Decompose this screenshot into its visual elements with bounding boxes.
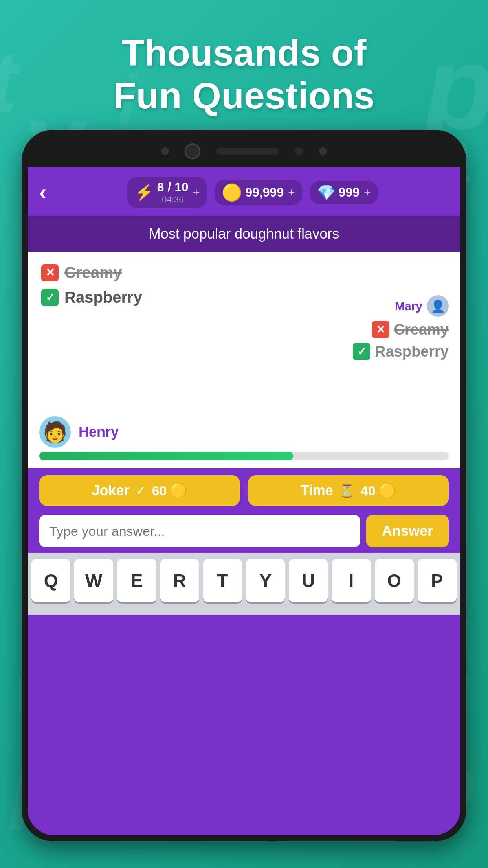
joker-coin-icon: 🟡: [170, 482, 187, 499]
camera-right: [319, 147, 327, 155]
coins-badge: 🟡 99,999 +: [215, 180, 302, 205]
player-name: Henry: [79, 424, 119, 440]
title-line1: Thousands of: [0, 31, 488, 74]
opponent-avatar: 👤: [427, 295, 449, 317]
joker-cost-num: 60: [152, 483, 167, 498]
lives-plus[interactable]: +: [193, 186, 200, 199]
coins-plus[interactable]: +: [288, 186, 295, 199]
player-info: 🧑 Henry: [39, 416, 449, 448]
opponent-section: Mary 👤 ✕ Creamy ✓ Raspberry: [353, 295, 449, 365]
input-row: Answer: [28, 513, 460, 553]
gems-plus[interactable]: +: [364, 186, 371, 199]
player-section: 🧑 Henry: [39, 416, 449, 460]
nav-stats: ⚡ 8 / 10 04:36 + 🟡 99,999 +: [56, 177, 449, 208]
lives-count: 8 / 10: [157, 180, 189, 194]
key-Q[interactable]: Q: [31, 559, 70, 602]
back-button[interactable]: ‹: [39, 182, 46, 203]
time-button[interactable]: Time ⏳ 40 🟡: [248, 475, 449, 506]
opponent-answer-1: ✕ Creamy: [353, 321, 449, 338]
time-hourglass-icon: ⏳: [339, 483, 355, 498]
phone-inner: ‹ ⚡ 8 / 10 04:36 +: [28, 136, 460, 835]
opponent-header: Mary 👤: [353, 295, 449, 317]
key-E[interactable]: E: [117, 559, 156, 602]
powerups-row: Joker ✓ 60 🟡 Time ⏳ 40 🟡: [28, 468, 460, 513]
answer-label-1: Creamy: [64, 264, 122, 281]
timer: 04:36: [157, 195, 189, 205]
gem-icon: 💎: [317, 184, 336, 201]
answer-input[interactable]: [39, 515, 360, 547]
gems-badge: 💎 999 +: [310, 181, 378, 204]
keyboard: Q W E R T Y U I O P: [28, 553, 460, 615]
camera-left: [161, 147, 169, 155]
main-title: Thousands of Fun Questions: [0, 31, 488, 118]
phone-outer: ‹ ⚡ 8 / 10 04:36 +: [22, 130, 466, 841]
opp-answer-2: Raspberry: [375, 343, 449, 360]
key-O[interactable]: O: [375, 559, 414, 602]
key-Y[interactable]: Y: [246, 559, 285, 602]
keyboard-row-1: Q W E R T Y U I O P: [31, 559, 457, 602]
answer-button[interactable]: Answer: [366, 515, 449, 547]
camera-main: [185, 143, 200, 159]
opp-wrong-icon: ✕: [372, 321, 389, 338]
key-I[interactable]: I: [332, 559, 371, 602]
coin-icon: 🟡: [222, 183, 242, 202]
player-avatar: 🧑: [39, 416, 71, 448]
question-section: Most popular doughnut flavors: [28, 216, 460, 252]
answer-area: ✕ Creamy ✓ Raspberry Mary 👤: [28, 252, 460, 468]
time-cost-num: 40: [361, 483, 376, 498]
title-area: Thousands of Fun Questions: [0, 31, 488, 118]
time-label: Time: [300, 482, 333, 499]
phone-frame: ‹ ⚡ 8 / 10 04:36 +: [22, 130, 466, 868]
joker-check-icon: ✓: [136, 483, 146, 498]
phone-sensor: [295, 147, 303, 156]
joker-label: Joker: [92, 482, 130, 499]
time-cost: 40 🟡: [361, 482, 396, 499]
gems-count: 999: [339, 185, 360, 200]
coins-count: 99,999: [245, 185, 284, 200]
opponent-answers: ✕ Creamy ✓ Raspberry: [353, 321, 449, 360]
key-P[interactable]: P: [418, 559, 457, 602]
phone-speaker: [216, 148, 279, 155]
app-screen: ‹ ⚡ 8 / 10 04:36 +: [28, 167, 460, 835]
time-coin-icon: 🟡: [379, 482, 396, 499]
top-nav: ‹ ⚡ 8 / 10 04:36 +: [28, 167, 460, 216]
lives-badge: ⚡ 8 / 10 04:36 +: [127, 177, 207, 208]
key-U[interactable]: U: [289, 559, 328, 602]
key-R[interactable]: R: [160, 559, 199, 602]
opp-correct-icon: ✓: [353, 343, 370, 360]
key-T[interactable]: T: [203, 559, 242, 602]
question-text: Most popular doughnut flavors: [43, 226, 445, 242]
joker-button[interactable]: Joker ✓ 60 🟡: [39, 475, 240, 506]
title-line2: Fun Questions: [0, 74, 488, 117]
player-answer-1: ✕ Creamy: [41, 264, 447, 281]
phone-top-bar: [28, 136, 460, 167]
opponent-answer-2: ✓ Raspberry: [353, 343, 449, 360]
answer-label-2: Raspberry: [64, 289, 142, 306]
wrong-icon-1: ✕: [41, 264, 59, 281]
correct-icon-1: ✓: [41, 289, 59, 306]
joker-cost: 60 🟡: [152, 482, 188, 499]
progress-bar-fill: [39, 452, 293, 460]
progress-bar-container: [39, 452, 449, 460]
opponent-name: Mary: [395, 300, 422, 313]
key-W[interactable]: W: [74, 559, 113, 602]
opp-answer-1: Creamy: [394, 321, 449, 338]
